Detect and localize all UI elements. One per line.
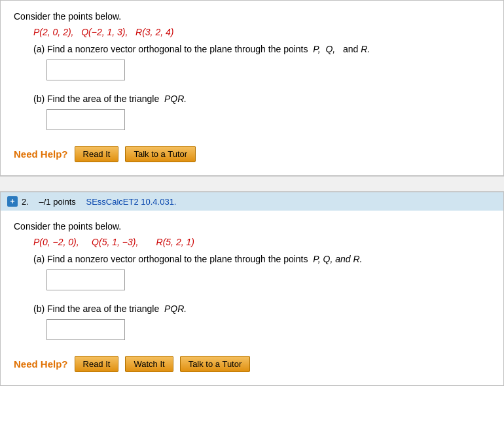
q2-part-b-pqr: PQR.	[162, 303, 187, 314]
q2-p-label: P	[33, 237, 39, 247]
q1-p-coords: (2, 0, 2),	[39, 27, 73, 37]
q2-r-coords: (5, 2, 1)	[163, 237, 194, 247]
question2-code: SEssCalcET2 10.4.031.	[86, 197, 176, 207]
q1-r-label: R	[135, 27, 142, 37]
q1-talk-to-tutor-button[interactable]: Talk to a Tutor	[125, 146, 196, 162]
q2-q-label: Q	[92, 237, 99, 247]
question2-body: Consider the points below. P(0, −2, 0), …	[1, 211, 503, 385]
q1-part-a-r: R.	[361, 44, 370, 54]
q2-p-coords: (0, −2, 0),	[39, 237, 79, 247]
q2-intro: Consider the points below.	[14, 221, 490, 232]
question2-points: –/1 points	[39, 197, 75, 207]
question2-header: + 2. –/1 points SEssCalcET2 10.4.031.	[1, 192, 503, 211]
section-divider	[0, 176, 504, 192]
question2-plus-icon: +	[7, 196, 18, 207]
q2-read-it-button[interactable]: Read It	[75, 356, 119, 372]
q2-watch-it-button[interactable]: Watch It	[125, 356, 173, 372]
q1-part-a-pqr: P, Q,	[310, 44, 335, 54]
q2-part-b-label: (b) Find the area of the triangle PQR.	[33, 303, 490, 314]
q2-answer-a[interactable]	[46, 269, 125, 290]
q1-q-label: Q	[81, 27, 88, 37]
q2-q-coords: (5, 1, −3),	[99, 237, 138, 247]
q2-need-help-row: Need Help? Read It Watch It Talk to a Tu…	[14, 356, 490, 372]
q1-p-label: P	[33, 27, 39, 37]
q1-answer-b[interactable]	[46, 109, 125, 130]
question2-number: 2.	[22, 197, 29, 207]
question1-block: Consider the points below. P(2, 0, 2), Q…	[0, 0, 504, 176]
q1-r-coords: (3, 2, 4)	[142, 27, 173, 37]
question1-body: Consider the points below. P(2, 0, 2), Q…	[1, 1, 503, 175]
q1-intro: Consider the points below.	[14, 11, 490, 22]
q1-q-coords: (−2, 1, 3),	[88, 27, 128, 37]
q2-part-a-pqr: P, Q, and R.	[310, 254, 362, 264]
q1-need-help-label: Need Help?	[14, 148, 68, 160]
q2-answer-b[interactable]	[46, 319, 125, 340]
question2-block: + 2. –/1 points SEssCalcET2 10.4.031. Co…	[0, 192, 504, 386]
q2-talk-to-tutor-button[interactable]: Talk to a Tutor	[180, 356, 251, 372]
q2-r-label: R	[151, 237, 163, 247]
q2-points: P(0, −2, 0), Q(5, 1, −3), R(5, 2, 1)	[33, 237, 490, 247]
q2-part-a-label: (a) Find a nonzero vector orthogonal to …	[33, 254, 490, 264]
q1-part-b-pqr: PQR.	[162, 94, 187, 104]
q1-answer-a[interactable]	[46, 60, 125, 80]
q1-read-it-button[interactable]: Read It	[75, 146, 119, 162]
q1-need-help-row: Need Help? Read It Talk to a Tutor	[14, 146, 490, 162]
q1-part-a-label: (a) Find a nonzero vector orthogonal to …	[33, 44, 490, 54]
q2-need-help-label: Need Help?	[14, 358, 68, 370]
q1-points: P(2, 0, 2), Q(−2, 1, 3), R(3, 2, 4)	[33, 27, 490, 37]
q1-part-b-label: (b) Find the area of the triangle PQR.	[33, 94, 490, 104]
